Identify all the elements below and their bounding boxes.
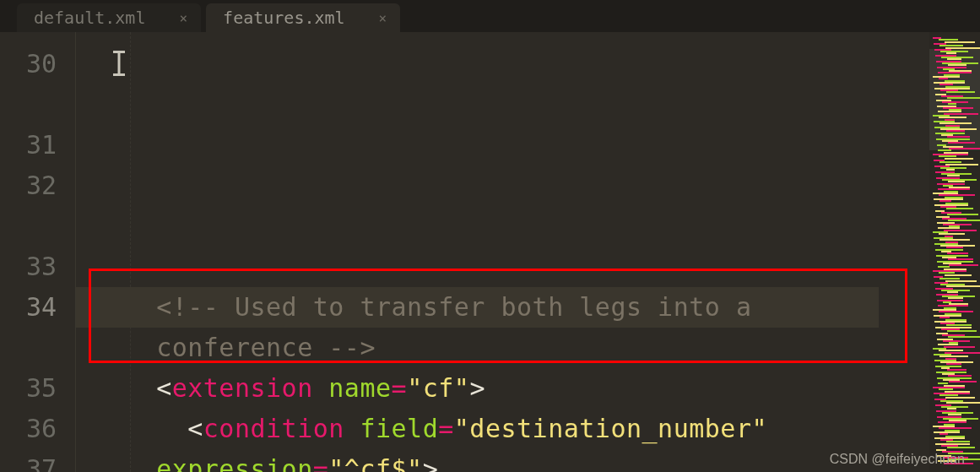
line-number: 32 xyxy=(0,165,75,247)
minimap-line xyxy=(944,346,975,348)
xml-comment: conference --> xyxy=(156,333,376,362)
xml-string: "destination_number" xyxy=(454,414,767,443)
xml-tag: extension xyxy=(172,373,313,403)
minimap-line xyxy=(946,402,980,404)
line-number: 30 xyxy=(0,44,75,125)
xml-attr: field xyxy=(360,414,438,443)
minimap-line xyxy=(948,142,975,144)
minimap-line xyxy=(947,97,980,99)
minimap[interactable] xyxy=(929,32,980,472)
tab-label: default.xml xyxy=(34,8,145,28)
code-content: <!-- Used to transfer both legs into a c… xyxy=(125,287,929,472)
minimap-line xyxy=(945,41,975,43)
minimap-line xyxy=(949,264,978,266)
minimap-line xyxy=(947,447,975,448)
tab-bar: default.xml × features.xml × xyxy=(0,0,980,32)
minimap-line xyxy=(944,230,977,231)
xml-tag: condition xyxy=(203,414,344,443)
xml-string: "^cf$" xyxy=(328,454,422,472)
minimap-line xyxy=(946,91,975,93)
line-number: 31 xyxy=(0,125,75,165)
text-cursor-icon xyxy=(111,51,127,76)
tab-default-xml[interactable]: default.xml × xyxy=(17,3,201,32)
minimap-line xyxy=(945,164,978,165)
code-area[interactable]: <!-- Used to transfer both legs into a c… xyxy=(76,32,929,472)
minimap-line xyxy=(949,381,977,382)
tab-label: features.xml xyxy=(223,8,345,28)
close-icon[interactable]: × xyxy=(379,10,387,26)
editor: 30 31 32 33 34 35 36 37 <!-- Used to tra… xyxy=(0,32,980,472)
watermark: CSDN @feifeiyechuan xyxy=(830,452,965,467)
tab-features-xml[interactable]: features.xml × xyxy=(206,3,400,32)
line-number: 33 xyxy=(0,247,75,287)
xml-attr: expression xyxy=(156,454,313,472)
line-number: 36 xyxy=(0,409,75,449)
line-number: 35 xyxy=(0,368,75,409)
minimap-line xyxy=(945,274,972,276)
line-number-current: 34 xyxy=(0,287,75,368)
minimap-line xyxy=(945,158,973,160)
close-icon[interactable]: × xyxy=(179,10,187,26)
minimap-line xyxy=(946,208,973,209)
minimap-line xyxy=(945,280,977,282)
line-number-gutter: 30 31 32 33 34 35 36 37 xyxy=(0,32,76,472)
minimap-line xyxy=(947,214,978,215)
xml-attr: name xyxy=(328,373,391,403)
line-number: 37 xyxy=(0,449,75,472)
minimap-line xyxy=(949,148,980,149)
minimap-line xyxy=(945,397,975,399)
minimap-line xyxy=(947,330,977,332)
xml-comment: <!-- Used to transfer both legs into a xyxy=(156,292,767,322)
xml-string: "cf" xyxy=(407,373,469,403)
